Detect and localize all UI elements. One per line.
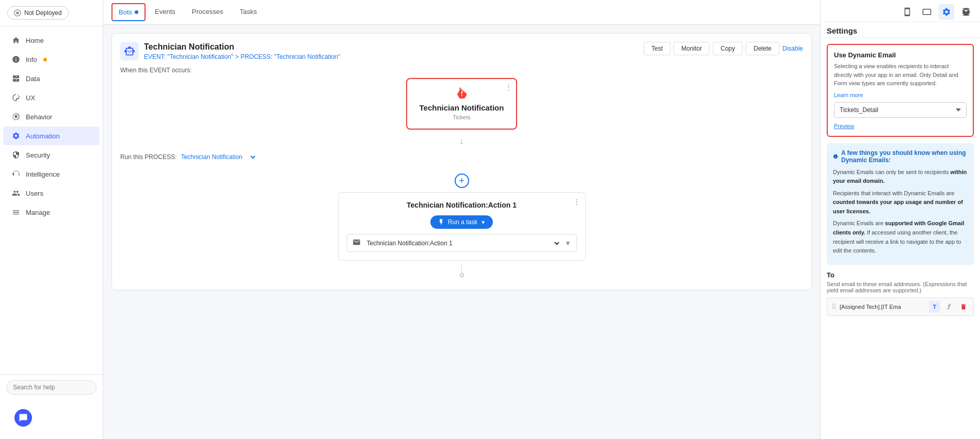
sidebar-label-automation: Automation [26,132,60,140]
copy-button[interactable]: Copy [713,42,743,55]
event-label: When this EVENT occurs: [120,67,803,74]
learn-more-link[interactable]: Learn more [834,92,967,98]
run-task-label: Run a task [448,218,477,226]
preview-link[interactable]: Preview [834,123,854,129]
action-card: ⋮ Technician Notification:Action 1 Run a… [338,192,586,261]
dynamic-email-section: Use Dynamic Email Selecting a view enabl… [827,44,974,137]
sidebar-label-manage: Manage [26,209,50,216]
bottom-connector [461,265,462,273]
info-circle-icon [833,153,838,160]
to-input-row: ⠿ [Assigned Tech].[IT Ema T [827,297,974,316]
tab-events[interactable]: Events [148,3,183,22]
settings-title: Settings [827,26,974,35]
bot-title: Technician Notification [144,42,340,52]
top-navigation: Bots Events Processes Tasks [103,0,820,25]
add-circle-button[interactable]: + [455,174,469,188]
sidebar-search-container [0,374,103,400]
sidebar-label-home: Home [26,37,44,44]
tab-bots-label: Bots [119,8,132,16]
bot-name-area: Technician Notification EVENT: "Technici… [144,42,340,60]
action-menu-icon[interactable]: ⋮ [573,198,580,206]
search-input[interactable] [6,380,97,395]
trigger-icon [456,87,468,101]
run-task-button[interactable]: Run a task ▼ [430,215,493,229]
info-icon [11,55,21,64]
bots-dot [135,10,138,14]
home-icon [11,36,21,45]
sidebar-item-data[interactable]: Data [3,69,100,88]
text-format-button[interactable]: T [929,301,940,312]
tab-processes[interactable]: Processes [185,3,231,22]
security-icon [11,150,21,160]
bot-card: Technician Notification EVENT: "Technici… [111,33,812,290]
info-point-2: Recipients that interact with Dynamic Em… [833,189,968,216]
sidebar-item-automation[interactable]: Automation [3,127,100,145]
node-wrapper: ⋮ Technician Notification Tickets [120,78,803,130]
dynamic-email-desc: Selecting a view enables recipients to i… [834,62,967,88]
tab-tasks[interactable]: Tasks [232,3,264,22]
chat-icon [19,413,28,422]
action-select-row: Technician Notification:Action 1 ▼ [347,234,577,252]
main-area: Bots Events Processes Tasks Technician N… [103,0,820,439]
dynamic-email-title: Use Dynamic Email [834,51,967,59]
tab-bots[interactable]: Bots [111,3,146,21]
mobile-icon-btn[interactable] [899,4,915,20]
delete-button[interactable]: Delete [746,42,779,55]
tablet-icon-btn[interactable] [919,4,935,20]
node-title: Technician Notification [420,103,504,112]
gear-icon-btn[interactable] [939,4,954,20]
sidebar-nav: Home Info Data UX [0,26,103,374]
not-deployed-button[interactable]: Not Deployed [7,6,69,20]
sidebar-item-behavior[interactable]: Behavior [3,107,100,126]
sidebar: Not Deployed Home Info Data [0,0,103,439]
sidebar-label-intelligence: Intelligence [26,170,60,178]
node-menu-icon[interactable]: ⋮ [505,83,512,91]
main-content: Technician Notification EVENT: "Technici… [103,25,820,439]
info-title-text: A few things you should know when using … [841,149,968,164]
run-task-arrow: ▼ [480,220,486,225]
behavior-icon [11,112,21,121]
view-select[interactable]: Tickets_Detail [834,102,967,118]
test-button[interactable]: Test [644,42,670,55]
sidebar-label-behavior: Behavior [26,113,52,121]
manage-icon [11,208,21,217]
drag-handle-icon[interactable]: ⠿ [831,303,837,311]
info-box-title: A few things you should know when using … [833,149,968,164]
info-point-3: Dynamic Emails are supported with Google… [833,219,968,255]
not-deployed-label: Not Deployed [24,9,62,17]
ux-icon [11,93,21,102]
process-name: Technician Notification [181,153,242,161]
process-label: Run this PROCESS: [120,153,176,161]
sidebar-item-info[interactable]: Info [3,50,100,69]
bot-header: Technician Notification EVENT: "Technici… [120,42,803,60]
sidebar-item-users[interactable]: Users [3,184,100,202]
sidebar-label-ux: UX [26,94,35,102]
automation-icon [11,131,21,140]
delete-to-button[interactable] [958,301,969,312]
to-section: To Send email to these email addresses. … [821,271,980,322]
monitor-button[interactable]: Monitor [673,42,710,55]
bot-card-icon [120,42,139,60]
process-select[interactable] [247,153,257,161]
action-select[interactable]: Technician Notification:Action 1 [365,239,561,247]
add-button-wrapper: + [120,169,803,192]
chat-button[interactable] [14,409,32,427]
action-chevron: ▼ [565,240,571,247]
tab-tasks-label: Tasks [239,8,256,15]
sidebar-item-intelligence[interactable]: Intelligence [3,165,100,183]
sidebar-label-data: Data [26,75,40,83]
info-box: A few things you should know when using … [827,143,974,265]
info-point-1: Dynamic Emails can only be sent to recip… [833,168,968,186]
trigger-node[interactable]: ⋮ Technician Notification Tickets [406,78,518,130]
sidebar-item-ux[interactable]: UX [3,88,100,107]
action-area: + ⋮ Technician Notification:Action 1 Run… [120,169,803,281]
sidebar-item-home[interactable]: Home [3,31,100,50]
function-button[interactable] [943,301,955,312]
data-icon [11,74,21,83]
bot-actions: Test Monitor Copy Delete Disable [644,42,803,55]
disable-button[interactable]: Disable [782,45,803,52]
sidebar-item-security[interactable]: Security [3,146,100,164]
connector-line: ↓ [120,134,803,149]
expand-icon-btn[interactable] [958,4,974,20]
sidebar-item-manage[interactable]: Manage [3,203,100,222]
